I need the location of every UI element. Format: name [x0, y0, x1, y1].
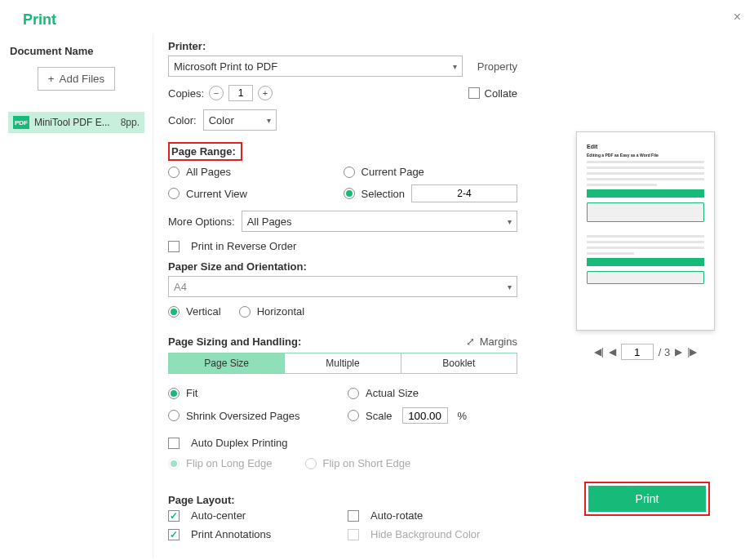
tab-page-size[interactable]: Page Size [169, 353, 285, 373]
tab-multiple[interactable]: Multiple [285, 353, 401, 373]
annotations-option[interactable]: Print Annotations [168, 528, 338, 540]
collate-checkbox[interactable] [468, 87, 480, 99]
auto-center-checkbox[interactable] [168, 510, 180, 522]
sizing-tabs: Page Size Multiple Booklet [168, 353, 517, 374]
range-selection[interactable]: Selection [344, 184, 517, 202]
hide-bg-option: Hide Background Color [348, 528, 517, 540]
auto-rotate-label: Auto-rotate [370, 509, 423, 522]
range-current-page[interactable]: Current Page [344, 166, 517, 178]
range-current-page-label: Current Page [361, 166, 424, 178]
page-range-label: Page Range: [171, 145, 236, 158]
page-range-highlight: Page Range: [168, 142, 242, 161]
copies-decrement[interactable]: − [209, 86, 224, 100]
page-preview: Edit Editing a PDF as Easy as a Word Fil… [576, 131, 715, 331]
copies-input[interactable] [228, 85, 253, 101]
printer-property-link[interactable]: Property [477, 60, 517, 73]
file-list-panel: Document Name + Add Files PDF MiniTool P… [0, 33, 153, 558]
chevron-down-icon: ▾ [508, 282, 512, 291]
radio-icon[interactable] [344, 167, 355, 178]
radio-icon[interactable] [239, 306, 251, 318]
add-files-label: Add Files [60, 73, 105, 85]
pager-first-icon[interactable]: ◀| [594, 346, 604, 358]
more-options-select[interactable]: All Pages ▾ [242, 211, 517, 232]
duplex-checkbox[interactable] [168, 438, 180, 449]
scale-label: Scale [366, 410, 393, 422]
more-options-selected: All Pages [247, 216, 292, 228]
printer-selected: Microsoft Print to PDF [174, 60, 277, 73]
more-options-label: More Options: [168, 216, 235, 228]
chevron-down-icon: ▾ [453, 62, 457, 71]
margins-icon: ⤢ [466, 336, 475, 348]
add-files-button[interactable]: + Add Files [38, 67, 115, 91]
copies-increment[interactable]: + [258, 86, 273, 100]
sizing-label: Page Sizing and Handling: [168, 336, 301, 348]
reverse-order-option[interactable]: Print in Reverse Order [168, 240, 517, 252]
file-name: MiniTool PDF E... [34, 117, 116, 128]
reverse-checkbox[interactable] [168, 241, 180, 252]
orientation-vertical[interactable]: Vertical [168, 305, 221, 318]
sizing-shrink[interactable]: Shrink Oversized Pages [168, 407, 338, 424]
close-icon[interactable]: × [734, 10, 741, 24]
auto-rotate-option[interactable]: Auto-rotate [348, 509, 517, 522]
orientation-horizontal[interactable]: Horizontal [239, 305, 305, 318]
margins-button[interactable]: ⤢ Margins [466, 336, 517, 348]
margins-label: Margins [480, 336, 517, 348]
dialog-title: Print [23, 11, 56, 29]
preview-panel: Edit Editing a PDF as Easy as a Word Fil… [537, 33, 754, 558]
pager-total: / 3 [659, 346, 670, 358]
range-all-pages[interactable]: All Pages [168, 166, 334, 178]
annotations-label: Print Annotations [191, 528, 271, 540]
auto-center-label: Auto-center [191, 509, 246, 522]
print-options-panel: Printer: Microsoft Print to PDF ▾ Proper… [153, 33, 537, 558]
tab-booklet[interactable]: Booklet [401, 353, 517, 373]
radio-icon[interactable] [168, 388, 180, 399]
color-label: Color: [168, 114, 197, 127]
sizing-scale[interactable]: Scale % [348, 407, 517, 424]
radio-icon[interactable] [168, 306, 180, 318]
page-layout-label: Page Layout: [168, 494, 517, 506]
paper-size-select[interactable]: A4 ▾ [168, 276, 517, 297]
document-name-label: Document Name [8, 33, 144, 67]
flip-long-label: Flip on Long Edge [186, 457, 273, 469]
radio-icon[interactable] [348, 410, 359, 421]
sizing-fit[interactable]: Fit [168, 387, 338, 399]
selection-input[interactable] [411, 184, 517, 202]
radio-icon[interactable] [344, 188, 355, 199]
radio-icon[interactable] [168, 188, 180, 199]
file-list-item[interactable]: PDF MiniTool PDF E... 8pp. [8, 112, 144, 133]
pager-last-icon[interactable]: |▶ [687, 346, 697, 358]
radio-icon[interactable] [348, 388, 359, 399]
auto-center-option[interactable]: Auto-center [168, 509, 338, 522]
radio-icon[interactable] [168, 167, 180, 178]
shrink-label: Shrink Oversized Pages [186, 410, 299, 422]
hide-bg-checkbox [348, 529, 359, 540]
flip-long-edge: Flip on Long Edge [168, 457, 273, 469]
range-selection-label: Selection [361, 188, 405, 200]
collate-label: Collate [485, 87, 517, 100]
pager-prev-icon[interactable]: ◀ [609, 346, 616, 358]
auto-duplex-option[interactable]: Auto Duplex Printing [168, 437, 517, 449]
pager-next-icon[interactable]: ▶ [675, 346, 682, 358]
reverse-label: Print in Reverse Order [191, 240, 296, 252]
pager-page-input[interactable] [621, 344, 654, 360]
vertical-label: Vertical [186, 305, 221, 318]
flip-short-edge: Flip on Short Edge [305, 457, 411, 469]
printer-label: Printer: [168, 40, 517, 52]
radio-icon [168, 458, 180, 469]
radio-icon [305, 458, 317, 469]
printer-select[interactable]: Microsoft Print to PDF ▾ [168, 56, 463, 77]
scale-input[interactable] [402, 407, 448, 424]
collate-option[interactable]: Collate [468, 87, 517, 100]
radio-icon[interactable] [168, 410, 180, 421]
print-button[interactable]: Print [588, 486, 706, 512]
range-current-view[interactable]: Current View [168, 184, 334, 202]
auto-rotate-checkbox[interactable] [348, 510, 359, 522]
preview-heading: Edit [587, 144, 704, 149]
sizing-actual[interactable]: Actual Size [348, 387, 517, 399]
flip-short-label: Flip on Short Edge [323, 457, 411, 469]
fit-label: Fit [186, 387, 197, 399]
range-current-view-label: Current View [186, 188, 247, 200]
chevron-down-icon: ▾ [267, 116, 271, 125]
annotations-checkbox[interactable] [168, 529, 180, 540]
color-select[interactable]: Color ▾ [203, 109, 277, 131]
